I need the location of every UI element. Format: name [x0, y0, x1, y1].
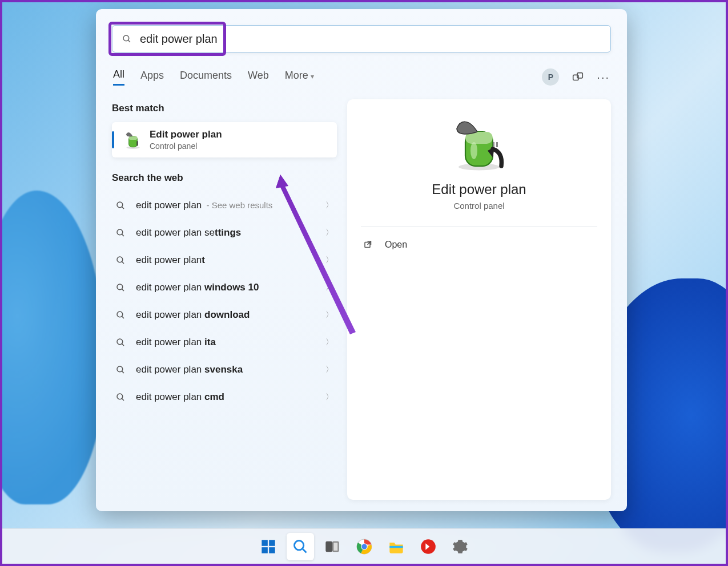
svg-point-27	[470, 142, 477, 159]
open-label: Open	[385, 240, 407, 250]
web-result-label: edit power plan cmd	[136, 391, 325, 403]
web-result-item[interactable]: edit power plan - See web results〉	[112, 192, 337, 219]
best-match-title: Edit power plan	[150, 129, 222, 140]
web-result-label: edit power plan download	[136, 309, 325, 321]
anydesk-icon	[420, 539, 436, 555]
gear-icon	[452, 539, 468, 555]
svg-point-43	[361, 544, 367, 549]
desktop-background-shape	[0, 191, 105, 504]
search-icon	[122, 34, 132, 44]
web-result-label: edit power plan ita	[136, 337, 325, 348]
svg-rect-7	[136, 141, 138, 146]
tab-apps[interactable]: Apps	[140, 70, 164, 85]
svg-rect-36	[269, 547, 275, 553]
open-action[interactable]: Open	[361, 234, 597, 256]
windows-start-icon	[260, 539, 276, 555]
tab-web[interactable]: Web	[248, 70, 269, 85]
svg-rect-6	[129, 136, 138, 140]
svg-point-37	[294, 540, 303, 549]
search-icon	[292, 539, 308, 555]
svg-point-14	[117, 284, 123, 290]
chevron-right-icon: 〉	[325, 255, 333, 265]
taskbar-file-explorer[interactable]	[383, 533, 410, 560]
chevron-right-icon: 〉	[325, 392, 333, 402]
svg-line-9	[122, 207, 124, 209]
detail-pane: Edit power plan Control panel Open	[347, 99, 611, 500]
chevron-right-icon: 〉	[325, 365, 333, 375]
rewards-icon[interactable]	[572, 71, 584, 83]
svg-rect-33	[262, 540, 268, 546]
taskbar	[2, 528, 726, 564]
chevron-right-icon: 〉	[325, 337, 333, 347]
taskbar-chrome[interactable]	[351, 533, 378, 560]
taskbar-app-anydesk[interactable]	[415, 533, 442, 560]
search-icon	[115, 255, 126, 265]
tab-documents[interactable]: Documents	[180, 70, 232, 85]
web-result-item[interactable]: edit power plan settings〉	[112, 219, 337, 246]
chevron-down-icon: ▾	[311, 72, 314, 80]
svg-point-16	[117, 312, 123, 317]
chevron-right-icon: 〉	[325, 282, 333, 293]
search-web-header: Search the web	[112, 172, 337, 184]
svg-rect-28	[493, 142, 494, 147]
svg-line-23	[122, 398, 124, 401]
svg-rect-44	[389, 545, 403, 548]
more-options-icon[interactable]: ···	[597, 71, 610, 84]
taskbar-start[interactable]	[255, 533, 282, 560]
svg-rect-39	[326, 541, 331, 551]
search-bar[interactable]	[112, 25, 611, 52]
svg-point-22	[117, 394, 123, 399]
search-icon	[115, 200, 126, 211]
user-avatar[interactable]: P	[542, 68, 559, 86]
svg-point-12	[117, 257, 123, 262]
web-result-label: edit power plan settings	[136, 227, 325, 238]
power-plan-icon	[123, 130, 143, 149]
tab-all[interactable]: All	[113, 68, 124, 86]
best-match-header: Best match	[112, 103, 337, 114]
svg-line-19	[122, 343, 124, 346]
tab-more[interactable]: More▾	[285, 70, 314, 85]
svg-rect-40	[333, 541, 338, 551]
search-icon	[115, 310, 126, 320]
web-result-label: edit power plan windows 10	[136, 282, 325, 293]
task-view-icon	[324, 539, 340, 555]
svg-rect-34	[269, 540, 275, 546]
taskbar-search[interactable]	[287, 533, 314, 560]
best-match-subtitle: Control panel	[150, 142, 222, 151]
svg-point-0	[123, 35, 129, 41]
taskbar-settings[interactable]	[447, 533, 474, 560]
power-plan-icon-large	[452, 116, 506, 171]
svg-point-8	[117, 202, 123, 208]
best-match-result[interactable]: Edit power plan Control panel	[112, 122, 337, 157]
svg-point-10	[117, 229, 123, 235]
chevron-right-icon: 〉	[325, 310, 333, 320]
taskbar-task-view[interactable]	[319, 533, 346, 560]
svg-point-18	[117, 339, 123, 345]
search-input[interactable]	[140, 33, 601, 46]
web-result-item[interactable]: edit power plan download〉	[112, 301, 337, 329]
svg-line-13	[122, 261, 124, 264]
svg-line-38	[302, 548, 306, 552]
svg-line-21	[122, 371, 124, 373]
search-icon	[115, 228, 126, 238]
detail-subtitle: Control panel	[453, 201, 504, 211]
web-result-item[interactable]: edit power plant〉	[112, 246, 337, 274]
search-icon	[115, 392, 126, 402]
start-search-panel: All Apps Documents Web More▾ P ··· Best …	[96, 9, 627, 511]
svg-line-1	[128, 40, 130, 42]
chrome-icon	[356, 539, 372, 555]
web-result-item[interactable]: edit power plan windows 10〉	[112, 274, 337, 301]
svg-line-11	[122, 234, 124, 236]
web-result-item[interactable]: edit power plan ita〉	[112, 329, 337, 356]
results-column: Best match Edit power plan Control panel	[112, 99, 337, 511]
divider	[361, 227, 597, 227]
svg-line-17	[122, 316, 124, 318]
search-icon	[115, 337, 126, 347]
detail-title: Edit power plan	[432, 181, 526, 197]
web-result-item[interactable]: edit power plan svenska〉	[112, 356, 337, 383]
svg-rect-35	[262, 547, 268, 553]
web-results-list: edit power plan - See web results〉edit p…	[112, 192, 337, 411]
web-result-item[interactable]: edit power plan cmd〉	[112, 383, 337, 411]
web-result-label: edit power plan - See web results	[136, 200, 325, 211]
search-icon	[115, 365, 126, 375]
